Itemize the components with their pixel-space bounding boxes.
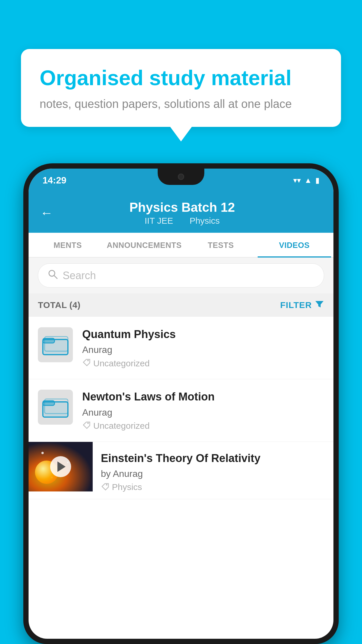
filter-row: TOTAL (4) FILTER: [29, 293, 333, 317]
list-item[interactable]: Newton's Laws of Motion Anurag Uncategor…: [29, 379, 333, 442]
svg-point-14: [87, 422, 89, 424]
status-icons: ▾▾ ▲ ▮: [293, 176, 319, 185]
list-item[interactable]: Einstein's Theory Of Relativity by Anura…: [29, 442, 333, 499]
video-info-1: Quantum Physics Anurag Uncategorized: [82, 327, 324, 368]
video-tag-3: Physics: [101, 482, 324, 492]
tab-ments[interactable]: MENTS: [31, 233, 104, 257]
video-tag-1: Uncategorized: [82, 358, 324, 368]
phone-frame: 14:29 ▾▾ ▲ ▮ ← Physics Batch 12 IIT JEE …: [23, 163, 339, 644]
search-input[interactable]: Search: [63, 270, 96, 282]
wifi-icon: ▾▾: [293, 176, 301, 185]
notch: [158, 169, 204, 185]
camera-dot: [178, 174, 184, 180]
video-info-3: Einstein's Theory Of Relativity by Anura…: [93, 442, 333, 499]
video-title-1: Quantum Physics: [82, 327, 324, 342]
play-triangle: [57, 461, 66, 472]
back-button[interactable]: ←: [40, 206, 53, 220]
tag-icon-3: [101, 482, 109, 492]
svg-point-15: [106, 484, 108, 486]
bubble-subtitle: notes, question papers, solutions all at…: [40, 97, 322, 111]
batch-subtitle: IIT JEE Physics: [60, 216, 304, 226]
tag-text-3: Physics: [112, 482, 142, 492]
signal-icon: ▲: [304, 176, 312, 185]
tag-icon-1: [82, 358, 90, 368]
tab-tests[interactable]: TESTS: [184, 233, 257, 257]
video-tag-2: Uncategorized: [82, 421, 324, 431]
folder-thumb-2: [38, 390, 73, 425]
video-author-2: Anurag: [82, 407, 324, 418]
app-header: ← Physics Batch 12 IIT JEE Physics: [29, 192, 333, 233]
tabs-bar: MENTS ANNOUNCEMENTS TESTS VIDEOS: [29, 233, 333, 258]
subtitle-physics: Physics: [189, 216, 219, 225]
video-author-1: Anurag: [82, 344, 324, 355]
tag-text-2: Uncategorized: [93, 421, 150, 431]
video-title-2: Newton's Laws of Motion: [82, 390, 324, 404]
star-1: [41, 452, 44, 454]
video-title-3: Einstein's Theory Of Relativity: [101, 451, 324, 466]
phone-inner: 14:29 ▾▾ ▲ ▮ ← Physics Batch 12 IIT JEE …: [29, 169, 333, 639]
list-item[interactable]: Quantum Physics Anurag Uncategorized: [29, 317, 333, 379]
folder-thumb-1: [38, 327, 73, 362]
status-time: 14:29: [43, 175, 66, 186]
batch-title: Physics Batch 12: [60, 200, 304, 215]
search-icon: [48, 269, 58, 282]
subtitle-iitjee: IIT JEE: [145, 216, 173, 225]
filter-label: FILTER: [280, 300, 312, 310]
bubble-title: Organised study material: [40, 65, 322, 90]
search-container: Search: [29, 258, 333, 293]
battery-icon: ▮: [315, 176, 319, 185]
filter-icon: [315, 299, 324, 311]
video-info-2: Newton's Laws of Motion Anurag Uncategor…: [82, 390, 324, 431]
speech-bubble: Organised study material notes, question…: [21, 49, 341, 127]
status-bar: 14:29 ▾▾ ▲ ▮: [29, 169, 333, 192]
header-title-area: Physics Batch 12 IIT JEE Physics: [60, 200, 304, 226]
video-author-3: by Anurag: [101, 468, 324, 479]
video-thumb-3: [29, 442, 93, 491]
svg-point-8: [87, 360, 89, 361]
tag-icon-2: [82, 421, 90, 431]
svg-line-1: [54, 275, 57, 279]
total-count: TOTAL (4): [38, 300, 80, 310]
filter-button[interactable]: FILTER: [280, 299, 324, 311]
search-bar[interactable]: Search: [38, 263, 324, 288]
tag-text-1: Uncategorized: [93, 358, 150, 368]
video-list: Quantum Physics Anurag Uncategorized: [29, 317, 333, 499]
play-button[interactable]: [50, 456, 71, 477]
tab-announcements[interactable]: ANNOUNCEMENTS: [104, 233, 184, 257]
tab-videos[interactable]: VIDEOS: [258, 233, 331, 257]
svg-marker-2: [315, 301, 324, 307]
